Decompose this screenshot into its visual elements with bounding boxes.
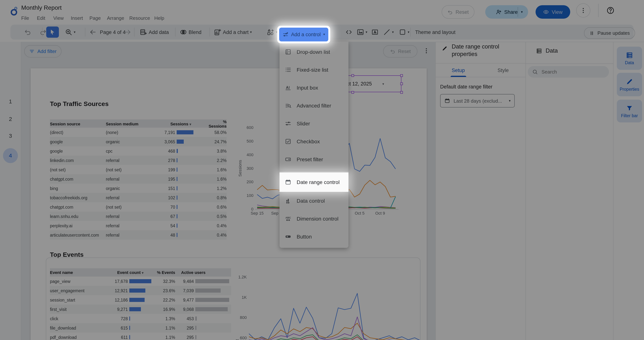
view-button[interactable]: View [536,5,570,19]
toolbar-divider [42,28,42,37]
canvas-reset-button[interactable]: Reset [383,45,418,58]
add-filter-button[interactable]: Add filter [24,45,62,58]
tab-style[interactable]: Style [498,68,509,73]
event-count-bar [129,326,130,330]
rail-data-button[interactable]: Data [617,47,642,70]
shape-button[interactable]: ▾ [399,25,410,40]
redo-button[interactable] [40,25,47,40]
next-page-button[interactable] [124,25,131,40]
data-search[interactable] [528,66,609,78]
col-event-count[interactable]: Event count ▾ [112,270,154,275]
zoom-tool-button[interactable]: ▾ [65,25,76,40]
menu-edit[interactable]: Edit [37,15,45,21]
pause-updates-button[interactable]: Pause updates [584,27,635,39]
menu-item-fixed-size-list[interactable]: Fixed-size list [280,61,348,79]
menu-item-input-box[interactable]: Input box [280,79,348,97]
menu-item-preset-filter[interactable]: Preset filter [280,150,348,168]
events-table[interactable]: Event name Event count ▾ % Events Active… [50,268,231,340]
menu-item-date-range-control[interactable]: Date range control [280,173,348,192]
menu-item-data-control[interactable]: Data control [280,192,348,210]
page-thumb-2[interactable]: 2 [0,116,21,122]
table-row: googlecpc4683.8% [50,146,226,156]
line-icon [383,28,390,36]
calendar-icon [444,98,450,104]
menu-item-dimension-control[interactable]: ABCDimension control [280,210,348,228]
theme-layout-button[interactable]: Theme and layout [415,25,456,40]
canvas-more-icon[interactable] [423,47,430,54]
col-active-users[interactable]: Active users [175,270,231,275]
undo-icon [448,9,453,15]
menu-item-advanced-filter[interactable]: Advanced filter [280,97,348,115]
properties-title: Date range control properties [452,43,499,58]
menu-view[interactable]: View [53,15,64,21]
menu-resource[interactable]: Resource [129,15,150,21]
dimmed-ui: Monthly Report File Edit View Insert Pag… [0,0,644,340]
selection-handle[interactable] [400,91,403,93]
page-thumb-3[interactable]: 3 [0,132,21,139]
table-row: (not set)(not set)1991.6% [50,165,226,174]
col-event-name[interactable]: Event name [50,270,112,275]
report-page[interactable]: Sep 15, 2025 - Oct 12, 2025 ▾ Top Traffi… [30,68,427,340]
share-caret-icon[interactable]: ▾ [521,11,523,14]
selection-handle[interactable] [351,91,354,93]
selection-handle[interactable] [400,74,403,77]
image-button[interactable]: ▾ [357,25,367,40]
tab-setup[interactable]: Setup [452,68,465,73]
col-pct-events[interactable]: % Events [154,270,175,275]
add-chart-icon [214,28,222,36]
menu-item-button[interactable]: Button [280,228,348,246]
text-button[interactable] [371,25,379,40]
data-panel: Data [526,42,613,340]
default-date-range-select[interactable]: Last 28 days (exclud... ▾ [440,94,515,107]
add-control-button[interactable]: Add a control ▾ [279,28,328,41]
page-thumb-4-active[interactable]: 4 [3,148,18,163]
share-button[interactable]: Share ▾ [485,5,528,19]
col-session-source[interactable]: Session source [50,122,106,126]
menu-item-slider[interactable]: Slider [280,115,348,132]
menu-help[interactable]: Help [154,15,164,21]
caret-down-icon: ▾ [250,30,252,34]
svg-text:Sessions: Sessions [238,160,242,177]
undo-button[interactable] [24,25,31,40]
menu-insert[interactable]: Insert [71,15,83,21]
report-title[interactable]: Monthly Report [21,5,62,11]
event-count-bar [129,298,144,302]
table-row: page_view17,67832.3%9,484 [50,277,231,286]
svg-text:ABC: ABC [286,216,291,219]
select-tool-button[interactable] [46,27,59,38]
header-more-button[interactable] [576,3,590,18]
selection-handle[interactable] [400,82,403,85]
svg-text:300: 300 [246,166,254,171]
add-chart-button[interactable]: Add a chart▾ [214,25,252,40]
menu-item-drop-down-list[interactable]: Drop-down list [280,43,348,61]
page-indicator[interactable]: Page 4 of 4 [100,25,126,40]
rail-filter-bar-button[interactable]: Filter bar [617,100,642,122]
blend-button[interactable]: Blend [180,25,202,40]
search-input[interactable] [541,69,598,75]
table-row: chatgpt.com(not set)700.6% [50,202,226,212]
col-sessions[interactable]: Sessions ▾ [150,122,204,126]
add-community-viz-button[interactable]: ▾ [267,25,278,40]
selection-handle[interactable] [351,74,354,77]
menu-page[interactable]: Page [90,15,101,21]
table-row: linkedin.comreferral2782.2% [50,156,226,165]
traffic-table[interactable]: Session source Session medium Sessions ▾… [50,119,226,240]
page-thumb-1[interactable]: 1 [0,98,21,104]
col-pct-sessions[interactable]: % Sessions [204,119,226,128]
preset-filter-icon [285,156,292,163]
embed-button[interactable] [345,25,352,40]
table-row: bingorganic1511.2% [50,184,226,193]
rail-properties-button[interactable]: Properties [617,73,642,96]
menu-item-checkbox[interactable]: Checkbox [280,132,348,150]
line-button[interactable]: ▾ [383,25,394,40]
panel-divider [436,63,526,63]
code-icon [345,28,352,36]
help-icon[interactable] [606,6,614,15]
add-data-button[interactable]: Add data [140,25,169,40]
col-session-medium[interactable]: Session medium [106,122,150,126]
input-box-icon [285,84,292,91]
menu-arrange[interactable]: Arrange [107,15,124,21]
prev-page-button[interactable] [90,25,96,40]
header-reset-button[interactable]: Reset [442,5,474,19]
menu-file[interactable]: File [21,15,29,21]
